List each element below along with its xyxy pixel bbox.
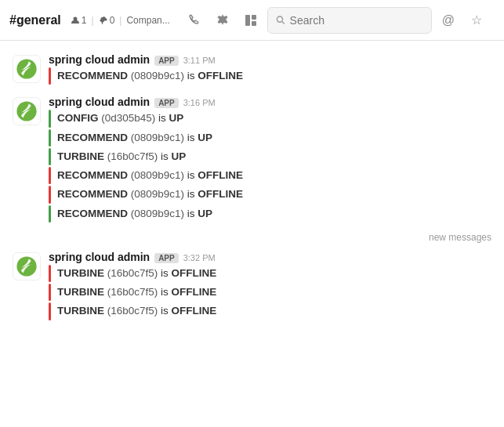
service-id: (16b0c7f5) — [107, 150, 158, 162]
status-value: OFFLINE — [172, 305, 217, 317]
mention-icon: @ — [442, 13, 455, 27]
avatar — [13, 97, 41, 125]
status-value: UP — [172, 150, 187, 162]
service-keyword: RECOMMEND — [57, 132, 128, 143]
message-text: CONFIG (0d305b45) is UP — [57, 110, 183, 127]
service-id: (0809b9c1) — [131, 208, 184, 219]
channel-header: #general 1 | 0 | Compan... — [0, 0, 504, 41]
service-keyword: TURBINE — [57, 305, 104, 317]
avatar — [13, 252, 41, 280]
svg-point-4 — [277, 16, 282, 22]
status-value: UP — [198, 208, 212, 219]
phone-icon — [188, 14, 201, 27]
message-group: spring cloud adminAPP3:11 PMRECOMMEND (0… — [0, 49, 504, 91]
svg-rect-1 — [245, 15, 250, 26]
search-icon — [276, 15, 285, 25]
verb: is — [187, 188, 195, 200]
status-value: OFFLINE — [198, 70, 243, 81]
message-text: RECOMMEND (0809b9c1) is UP — [57, 129, 212, 147]
status-bar — [49, 284, 51, 301]
status-bar — [49, 67, 51, 85]
service-id: (0809b9c1) — [131, 132, 184, 143]
service-keyword: RECOMMEND — [57, 70, 128, 81]
service-keyword: TURBINE — [57, 286, 104, 298]
message-line: RECOMMEND (0809b9c1) is UP — [49, 205, 491, 223]
status-bar — [49, 302, 51, 320]
settings-button[interactable] — [211, 9, 234, 32]
message-header: spring cloud adminAPP3:16 PM — [49, 96, 491, 108]
message-body: spring cloud adminAPP3:16 PMCONFIG (0d30… — [49, 96, 491, 224]
service-keyword: TURBINE — [57, 150, 104, 162]
svg-rect-3 — [252, 21, 256, 26]
message-body: spring cloud adminAPP3:32 PMTURBINE (16b… — [49, 251, 491, 322]
header-meta: 1 | 0 | Compan... — [71, 15, 170, 26]
sender-name: spring cloud admin — [49, 53, 150, 66]
message-body: spring cloud adminAPP3:11 PMRECOMMEND (0… — [49, 53, 491, 86]
message-line: RECOMMEND (0809b9c1) is OFFLINE — [49, 186, 491, 203]
message-header: spring cloud adminAPP3:11 PM — [49, 53, 491, 66]
members-icon — [71, 16, 80, 25]
service-keyword: RECOMMEND — [57, 208, 128, 219]
service-id: (16b0c7f5) — [107, 286, 158, 298]
message-line: TURBINE (16b0c7f5) is UP — [49, 148, 491, 165]
sep1: | — [92, 15, 94, 26]
more-button[interactable]: ⋮ — [493, 9, 504, 32]
service-keyword: TURBINE — [57, 267, 104, 279]
message-text: RECOMMEND (0809b9c1) is OFFLINE — [57, 186, 243, 203]
timestamp: 3:11 PM — [183, 56, 216, 65]
message-line: TURBINE (16b0c7f5) is OFFLINE — [49, 284, 491, 301]
header-icons: @ ☆ ⋮ — [183, 7, 504, 34]
service-keyword: CONFIG — [57, 112, 99, 124]
message-text: RECOMMEND (0809b9c1) is OFFLINE — [57, 67, 243, 85]
star-button[interactable]: ☆ — [465, 9, 488, 32]
header-meta-pins: 0 — [99, 15, 115, 26]
message-text: RECOMMEND (0809b9c1) is OFFLINE — [57, 167, 243, 184]
service-id: (0809b9c1) — [131, 70, 184, 81]
messages-container: spring cloud adminAPP3:11 PMRECOMMEND (0… — [0, 41, 504, 427]
layout-button[interactable] — [239, 9, 263, 32]
sender-name: spring cloud admin — [49, 96, 150, 108]
new-messages-label: new messages — [429, 232, 491, 243]
gear-icon — [216, 14, 229, 27]
message-text: TURBINE (16b0c7f5) is OFFLINE — [57, 302, 216, 320]
mention-button[interactable]: @ — [437, 9, 460, 32]
service-id: (0d305b45) — [101, 112, 155, 124]
svg-rect-2 — [252, 15, 256, 20]
service-id: (0809b9c1) — [131, 169, 184, 181]
message-line: RECOMMEND (0809b9c1) is UP — [49, 129, 491, 147]
status-bar — [49, 265, 51, 282]
layout-icon — [245, 14, 257, 27]
app-badge: APP — [154, 98, 179, 108]
sender-name: spring cloud admin — [49, 251, 150, 263]
service-keyword: RECOMMEND — [57, 169, 128, 181]
search-input[interactable] — [290, 14, 423, 27]
pin-icon — [99, 16, 108, 25]
message-line: RECOMMEND (0809b9c1) is OFFLINE — [49, 167, 491, 184]
header-meta-company: Compan... — [126, 15, 169, 26]
status-value: OFFLINE — [172, 267, 217, 279]
status-bar — [49, 148, 51, 165]
service-id: (0809b9c1) — [131, 188, 184, 200]
verb: is — [187, 132, 195, 143]
service-keyword: RECOMMEND — [57, 188, 128, 200]
status-bar — [49, 167, 51, 184]
header-meta-members: 1 — [71, 15, 87, 26]
message-text: TURBINE (16b0c7f5) is OFFLINE — [57, 284, 216, 301]
message-line: CONFIG (0d305b45) is UP — [49, 110, 491, 127]
message-line: TURBINE (16b0c7f5) is OFFLINE — [49, 265, 491, 282]
message-group: spring cloud adminAPP3:16 PMCONFIG (0d30… — [0, 91, 504, 229]
timestamp: 3:16 PM — [183, 98, 216, 107]
message-text: RECOMMEND (0809b9c1) is UP — [57, 205, 212, 223]
svg-line-5 — [282, 22, 285, 24]
verb: is — [187, 70, 195, 81]
status-value: OFFLINE — [198, 169, 243, 181]
phone-button[interactable] — [183, 9, 206, 32]
message-text: TURBINE (16b0c7f5) is UP — [57, 148, 186, 165]
status-bar — [49, 205, 51, 223]
service-id: (16b0c7f5) — [107, 305, 158, 317]
search-bar[interactable] — [267, 7, 432, 34]
verb: is — [187, 169, 195, 181]
status-bar — [49, 129, 51, 147]
app-badge: APP — [154, 56, 179, 66]
sep2: | — [119, 15, 121, 26]
